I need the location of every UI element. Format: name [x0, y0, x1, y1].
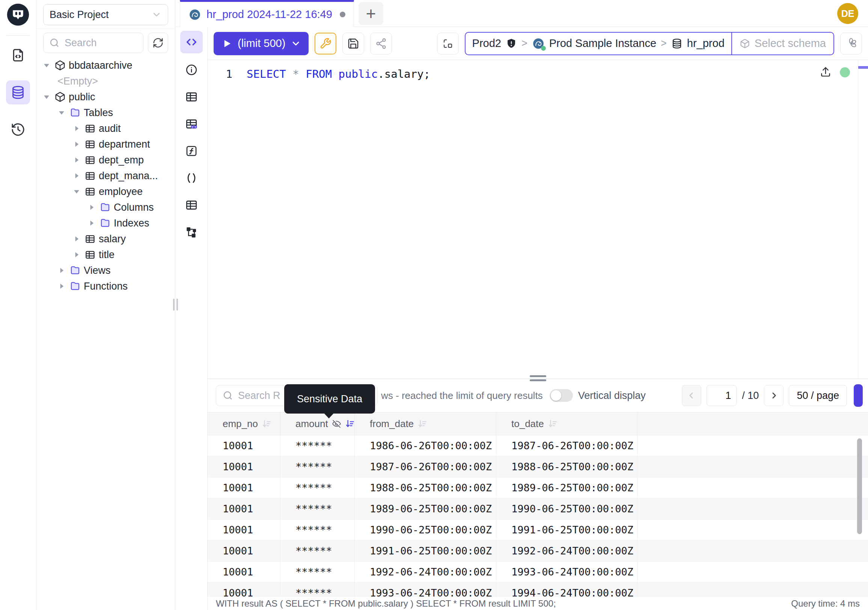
play-icon	[221, 38, 232, 49]
table-scrollbar[interactable]	[857, 438, 862, 534]
rail-databases-button[interactable]	[6, 81, 30, 104]
caret-right-icon[interactable]	[72, 155, 81, 165]
tree-item-dept-mana[interactable]: dept_mana...	[36, 168, 175, 184]
tree-item-title[interactable]: title	[36, 247, 175, 262]
user-avatar[interactable]: DE	[837, 3, 858, 24]
procedures-icon[interactable]	[185, 171, 198, 185]
table-row[interactable]: 10001******1991-06-25T00:00:00Z1992-06-2…	[208, 540, 868, 562]
table-row[interactable]: 10001******1988-06-25T00:00:00Z1989-06-2…	[208, 477, 868, 498]
vertical-display-label: Vertical display	[578, 390, 646, 402]
caret-right-icon[interactable]	[87, 218, 96, 228]
sort-icon[interactable]	[262, 419, 271, 428]
vertical-display-toggle[interactable]	[550, 389, 573, 402]
tab-hr-prod[interactable]: hr_prod 2024-11-22 16:49	[180, 0, 354, 27]
table-cell-filler	[637, 520, 868, 540]
export-button[interactable]	[854, 384, 863, 407]
editor-overview-ruler[interactable]	[858, 60, 868, 379]
upload-icon[interactable]	[820, 66, 832, 78]
sort-icon[interactable]	[345, 419, 355, 428]
tree-item-views[interactable]: Views	[36, 262, 175, 278]
project-selector[interactable]: Basic Project	[43, 4, 168, 25]
schema-selector[interactable]: Select schema	[732, 33, 834, 54]
page-number-input[interactable]: 1	[707, 385, 736, 406]
new-tab-button[interactable]: +	[358, 2, 383, 25]
table-row[interactable]: 10001******1992-06-24T00:00:00Z1993-06-2…	[208, 562, 868, 582]
table-row[interactable]: 10001******1987-06-26T00:00:00Z1988-06-2…	[208, 456, 868, 477]
column-header-emp_no[interactable]: emp_no	[208, 413, 281, 435]
tree-item-bbdataarchive[interactable]: bbdataarchive	[36, 57, 175, 73]
tree-item-indexes[interactable]: Indexes	[36, 215, 175, 231]
format-sql-button[interactable]	[315, 33, 336, 54]
table-row[interactable]: 10001******1993-06-24T00:00:00Z1994-06-2…	[208, 582, 868, 597]
sql-editor[interactable]: 1 SELECT * FROM public.salary;	[208, 60, 868, 379]
schema-placeholder: Select schema	[755, 37, 826, 50]
column-header-from_date[interactable]: from_date	[355, 413, 496, 435]
share-sheet-button[interactable]	[370, 33, 392, 54]
tree-item-salary[interactable]: salary	[36, 231, 175, 247]
tree-item-columns[interactable]: Columns	[36, 199, 175, 215]
tree-item-department[interactable]: department	[36, 137, 175, 152]
caret-right-icon[interactable]	[57, 281, 67, 291]
batch-query-button[interactable]	[437, 33, 459, 54]
save-icon	[347, 37, 359, 50]
sort-icon[interactable]	[548, 419, 558, 428]
app-root: Basic Project Search bbdataarchive<Empty…	[0, 0, 868, 610]
tree-item-functions[interactable]: Functions	[36, 278, 175, 294]
sql-line: 1 SELECT * FROM public.salary;	[208, 68, 430, 81]
column-label: from_date	[370, 418, 414, 430]
table-cell: 1991-06-25T00:00:00Z	[496, 520, 637, 540]
column-header-filler	[637, 413, 868, 435]
table-row[interactable]: 10001******1990-06-25T00:00:00Z1991-06-2…	[208, 520, 868, 540]
table-cell: 1993-06-24T00:00:00Z	[355, 582, 496, 597]
bytebase-logo-icon	[6, 3, 29, 26]
toggle-code-panel-button[interactable]	[180, 31, 203, 53]
wrench-icon	[319, 37, 332, 50]
results-resize-handle[interactable]	[530, 375, 546, 381]
tree-item-tables[interactable]: Tables	[36, 105, 175, 121]
sql-token: SELECT	[246, 68, 286, 81]
info-icon[interactable]	[185, 63, 198, 77]
column-header-amount[interactable]: amount	[281, 413, 355, 435]
refresh-schema-button[interactable]	[148, 33, 168, 53]
caret-right-icon[interactable]	[57, 265, 67, 275]
file-code-icon	[11, 48, 26, 63]
run-query-button[interactable]: (limit 500)	[214, 32, 308, 55]
table-row[interactable]: 10001******1986-06-26T00:00:00Z1987-06-2…	[208, 435, 868, 456]
tree-item-public[interactable]: public	[36, 89, 175, 105]
tree-item-dept-emp[interactable]: dept_emp	[36, 152, 175, 168]
column-header-to_date[interactable]: to_date	[496, 413, 637, 435]
prev-page-button[interactable]	[682, 385, 701, 406]
caret-right-icon[interactable]	[87, 202, 96, 212]
caret-down-icon[interactable]	[72, 187, 81, 196]
rail-worksheets-button[interactable]	[6, 43, 30, 67]
sidebar-search-input[interactable]: Search	[43, 33, 143, 53]
caret-down-icon[interactable]	[57, 108, 67, 118]
sort-icon[interactable]	[417, 419, 427, 428]
tree-item-empty[interactable]: <Empty>	[36, 73, 175, 89]
caret-right-icon[interactable]	[72, 250, 81, 259]
tree-item-employee[interactable]: employee	[36, 184, 175, 199]
tree-item-audit[interactable]: audit	[36, 121, 175, 137]
caret-right-icon[interactable]	[72, 139, 81, 149]
next-page-button[interactable]	[764, 385, 784, 406]
caret-right-icon[interactable]	[72, 171, 81, 181]
caret-down-icon[interactable]	[42, 61, 51, 70]
sensitive-data-icon[interactable]	[185, 117, 198, 131]
caret-right-icon[interactable]	[72, 234, 81, 244]
caret-right-icon[interactable]	[72, 124, 81, 133]
page-size-select[interactable]: 50 / page	[789, 385, 847, 406]
rail-history-button[interactable]	[6, 118, 30, 141]
save-sheet-button[interactable]	[343, 33, 364, 54]
schema-diagram-icon[interactable]	[185, 225, 198, 239]
tables-icon[interactable]	[185, 90, 198, 104]
run-options-chevron-icon[interactable]	[291, 38, 301, 49]
connection-context[interactable]: Prod2 > Prod Sample Instance > hr_prod	[465, 33, 732, 54]
sidebar-resize-handle[interactable]	[173, 299, 178, 310]
ai-assistant-button[interactable]	[840, 33, 862, 54]
caret-down-icon[interactable]	[42, 92, 51, 102]
external-tables-icon[interactable]	[185, 198, 198, 212]
functions-icon[interactable]	[185, 144, 198, 158]
table-row[interactable]: 10001******1989-06-25T00:00:00Z1990-06-2…	[208, 498, 868, 520]
code-brackets-icon	[185, 36, 198, 48]
table-cell: 1989-06-25T00:00:00Z	[496, 477, 637, 498]
